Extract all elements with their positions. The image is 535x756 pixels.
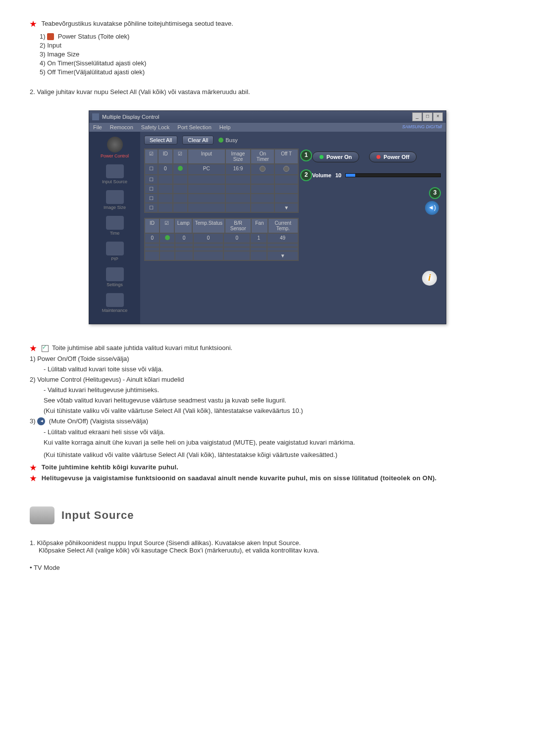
select-all-button[interactable]: Select All [144, 136, 177, 145]
pip-icon [106, 242, 124, 255]
desc-3a: - Lülitab valitud ekraani heli sisse või… [44, 428, 505, 436]
desc-2: 2) Volume Control (Helitugevus) - Ainult… [30, 376, 505, 383]
sidebar-item-pip[interactable]: PIP [91, 242, 138, 261]
menubar: File Remocon Safety Lock Port Selection … [89, 123, 446, 132]
intro-item-5: 5) Off Timer(Väljalülitatud ajasti olek) [40, 68, 505, 76]
app-window: Multiple Display Control _ □ × File Remo… [89, 110, 446, 324]
star-icon [30, 475, 37, 482]
col-input: Input [188, 149, 225, 164]
busy-indicator: Busy [218, 137, 237, 143]
sidebar-item-maintenance[interactable]: Maintenance [91, 293, 138, 313]
note-1: Toite juhtimine kehtib kõigi kuvarite pu… [30, 463, 505, 471]
input-source-icon [106, 164, 124, 178]
intro-line: Teabevõrgustikus kuvatakse põhiline toit… [30, 20, 505, 28]
col-br-sensor: B/R Sensor [225, 218, 251, 233]
maintenance-icon [106, 293, 124, 307]
sidebar-item-input-source[interactable]: Input Source [91, 164, 138, 184]
info-icon: i [422, 271, 437, 286]
menu-help[interactable]: Help [219, 124, 231, 130]
volume-slider[interactable] [345, 173, 441, 177]
row-checkbox[interactable]: ☐ [145, 164, 158, 175]
row-input: PC [188, 164, 225, 175]
titlebar: Multiple Display Control _ □ × [89, 111, 446, 123]
tv-mode: • TV Mode [30, 564, 505, 571]
maximize-button[interactable]: □ [423, 112, 432, 121]
sidebar-item-image-size[interactable]: Image Size [91, 190, 138, 210]
note-2: Helitugevuse ja vaigistamise funktsiooni… [30, 474, 505, 482]
col-id: ID [158, 149, 173, 164]
intro-list: 1) Power Status (Toite olek) 2) Input 3)… [40, 33, 505, 76]
col-status: ☑ [173, 149, 188, 164]
row-off-timer [274, 164, 298, 175]
desc-lead: Toite juhtimise abil saate juhtida valit… [30, 344, 505, 352]
grid-row[interactable]: ☐ 0 PC 16:9 [145, 164, 298, 175]
section-title: Input Source [61, 509, 134, 522]
minimize-button[interactable]: _ [412, 112, 422, 121]
status-row[interactable]: 0 0 0 0 1 49 [145, 233, 298, 243]
clear-all-button[interactable]: Clear All [182, 136, 214, 145]
on-dot-icon [320, 155, 323, 159]
desc-2c: (Kui tühistate valiku või valite väärtus… [44, 407, 505, 414]
menu-file[interactable]: File [93, 124, 102, 130]
settings-icon [106, 267, 124, 281]
col-lamp: Lamp [174, 218, 193, 233]
callout-3: 3 [429, 187, 441, 199]
power-off-button[interactable]: Power Off [369, 151, 417, 162]
callout-1: 1 [300, 150, 312, 161]
power-control-icon [107, 137, 123, 152]
sidebar-item-settings[interactable]: Settings [91, 267, 138, 287]
col-on-timer: On Timer [251, 149, 274, 164]
col-status-2: ☑ [160, 218, 174, 233]
close-button[interactable]: × [433, 112, 443, 121]
app-icon [92, 113, 99, 120]
section-header-input-source: Input Source [30, 506, 505, 524]
callout-2: 2 [300, 169, 312, 181]
power-on-button[interactable]: Power On [312, 151, 359, 162]
desc-2b: See võtab valitud kuvari helitugevuse vä… [44, 397, 505, 404]
step-2: 2. Valige juhitav kuvar nupu Select All … [30, 88, 505, 96]
busy-dot-icon [218, 138, 223, 143]
sidebar-item-power-control[interactable]: Power Control [91, 137, 138, 158]
star-icon [30, 21, 37, 28]
col-current-temp: Current Temp. [268, 218, 299, 233]
off-dot-icon [376, 155, 380, 159]
brand-logo: SAMSUNG DIGITall [402, 124, 442, 130]
sidebar: Power Control Input Source Image Size Ti… [89, 132, 140, 324]
description-block: Toite juhtimise abil saate juhtida valit… [30, 344, 505, 482]
col-off-timer: Off T [274, 149, 298, 164]
intro-text: Teabevõrgustikus kuvatakse põhiline toit… [41, 20, 233, 27]
window-title: Multiple Display Control [102, 114, 412, 120]
display-grid: ☑ ID ☑ Input Image Size On Timer Off T ☐… [144, 149, 299, 213]
menu-safety-lock[interactable]: Safety Lock [141, 124, 169, 130]
col-image-size: Image Size [225, 149, 251, 164]
checkbox-icon [42, 345, 49, 352]
input-source-section-icon [30, 506, 54, 524]
star-icon [30, 345, 37, 352]
input-source-p1b: Klõpsake Select All (valige kõik) või ka… [39, 547, 505, 554]
intro-item-3: 3) Image Size [40, 50, 505, 58]
sidebar-item-time[interactable]: Time [91, 216, 138, 236]
mute-icon [37, 417, 45, 425]
desc-3b: Kui valite korraga ainult ühe kuvari ja … [44, 439, 505, 446]
intro-item-1: 1) Power Status (Toite olek) [40, 33, 505, 41]
desc-1: 1) Power On/Off (Toide sisse/välja) [30, 355, 505, 362]
star-icon [30, 464, 37, 471]
desc-3: 3) (Mute On/Off) (Vaigista sisse/välja) [30, 417, 505, 426]
row-size: 16:9 [225, 164, 251, 175]
status-grid: ID ☑ Lamp Temp.Status B/R Sensor Fan Cur… [144, 218, 299, 261]
desc-1a: - Lülitab valitud kuvari toite sisse või… [44, 365, 505, 373]
col-id-2: ID [145, 218, 160, 233]
intro-item-2: 2) Input [40, 42, 505, 49]
desc-2a: - Valitud kuvari helitugevuse juhtimisek… [44, 386, 505, 394]
menu-remocon[interactable]: Remocon [110, 124, 133, 130]
row-on-timer [251, 164, 274, 175]
col-temp-status: Temp.Status [192, 218, 225, 233]
mute-button[interactable]: ◄) [425, 201, 439, 215]
main-panel: Select All Clear All Busy ☑ ID ☑ Input I… [140, 132, 446, 324]
power-icon [47, 33, 54, 40]
intro-item-4: 4) On Timer(Sisselülitatud ajasti olek) [40, 59, 505, 67]
desc-3c: (Kui tühistate valikud või valite väärtu… [44, 451, 505, 458]
volume-control[interactable]: Volume 10 [312, 172, 441, 178]
menu-port-selection[interactable]: Port Selection [177, 124, 211, 130]
col-checkbox[interactable]: ☑ [145, 149, 158, 164]
